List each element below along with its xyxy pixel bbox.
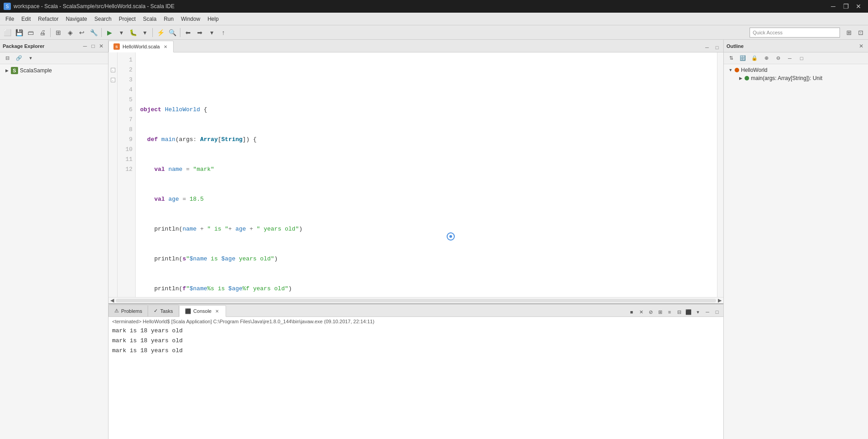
- outline-hide-non-public[interactable]: 🔒: [749, 53, 760, 64]
- toolbar-save-all[interactable]: 🗃: [25, 27, 36, 38]
- menu-bar: File Edit Refactor Navigate Search Proje…: [0, 13, 868, 25]
- tab-console[interactable]: ⬛ Console ✕: [179, 305, 226, 317]
- console-btn-4[interactable]: ⬛: [684, 307, 693, 316]
- code-line-2: object HelloWorld {: [140, 105, 717, 115]
- menu-scala[interactable]: Scala: [139, 14, 160, 24]
- toolbar-nav-dropdown[interactable]: ▾: [206, 27, 217, 38]
- gutter-6: [110, 105, 116, 115]
- toolbar-btn-1[interactable]: ⊞: [53, 27, 64, 38]
- menu-run[interactable]: Run: [160, 14, 177, 24]
- toolbar-btn-2[interactable]: ◈: [65, 27, 75, 38]
- collapse-main[interactable]: -: [111, 78, 115, 82]
- console-minimize[interactable]: ─: [703, 307, 712, 316]
- menu-edit[interactable]: Edit: [18, 14, 34, 24]
- tab-problems[interactable]: ⚠ Problems: [108, 305, 148, 316]
- package-explorer-panel: Package Explorer ─ □ ✕ ⊟ 🔗 ▾ ▶ S ScalaSa…: [0, 40, 108, 439]
- console-line-1: mark is 18 years old: [112, 326, 720, 336]
- code-editor[interactable]: - - 1 2 3 4 5: [108, 52, 723, 297]
- console-close-icon[interactable]: ✕: [214, 308, 220, 314]
- console-maximize[interactable]: □: [712, 307, 722, 316]
- close-button[interactable]: ✕: [853, 2, 864, 11]
- pe-menu[interactable]: ▾: [25, 53, 36, 64]
- console-btn-3[interactable]: ⊟: [675, 307, 684, 316]
- pe-collapse-all[interactable]: ⊟: [2, 53, 13, 64]
- menu-navigate[interactable]: Navigate: [62, 14, 90, 24]
- toolbar-save[interactable]: 💾: [14, 27, 24, 38]
- scroll-right[interactable]: ▶: [718, 297, 722, 303]
- gutter-7: [110, 115, 116, 125]
- outline-expand[interactable]: ⊕: [761, 53, 772, 64]
- console-btn-2[interactable]: ≡: [665, 307, 674, 316]
- package-explorer-minimize[interactable]: ─: [81, 42, 89, 50]
- console-stop[interactable]: ⊘: [646, 307, 655, 316]
- tab-close-icon[interactable]: ✕: [162, 43, 169, 50]
- toolbar-search-btn[interactable]: 🔍: [167, 27, 178, 38]
- console-content: <terminated> HelloWorld$ [Scala Applicat…: [108, 317, 723, 439]
- toolbar-run[interactable]: ▶: [104, 27, 115, 38]
- outline-collapse[interactable]: ⊖: [773, 53, 783, 64]
- package-explorer-maximize[interactable]: □: [89, 42, 97, 50]
- toolbar-nav-prev[interactable]: ⬅: [183, 27, 193, 38]
- line-numbers: 1 2 3 4 5 6 7 8 9 10 11 12: [118, 52, 136, 297]
- gutter-5: [110, 95, 116, 105]
- toolbar-new[interactable]: ⬜: [2, 27, 13, 38]
- outline-sort[interactable]: ⇅: [726, 53, 736, 64]
- quick-access-box[interactable]: Quick Access: [750, 28, 840, 38]
- main-label: main(args: Array[String]): Unit: [751, 75, 822, 81]
- code-line-3: def main(args: Array[String]) {: [140, 135, 717, 145]
- maximize-button[interactable]: ❐: [840, 2, 852, 11]
- line-gutter: - -: [108, 52, 118, 297]
- project-expand-icon: ▶: [4, 67, 10, 74]
- toolbar-btn-4[interactable]: 🔧: [88, 27, 99, 38]
- menu-refactor[interactable]: Refactor: [34, 14, 62, 24]
- outline-maximize[interactable]: □: [796, 53, 807, 64]
- editor-horiz-scroll[interactable]: ◀ ▶: [108, 297, 723, 303]
- bottom-tabs: ⚠ Problems ✓ Tasks ⬛ Console ✕ ■ ✕ ⊘ ⊞: [108, 304, 723, 317]
- outline-minimize[interactable]: ─: [784, 53, 795, 64]
- console-terminate[interactable]: ■: [627, 307, 636, 316]
- editor-scrollbar[interactable]: [717, 52, 723, 297]
- outline-main[interactable]: ▶ main(args: Array[String]): Unit: [724, 74, 868, 82]
- tab-tasks[interactable]: ✓ Tasks: [148, 305, 179, 316]
- outline-header: Outline ✕: [724, 40, 868, 52]
- toolbar-breadcrumb[interactable]: ↑: [218, 27, 229, 38]
- package-explorer-close[interactable]: ✕: [97, 42, 105, 50]
- collapse-object[interactable]: -: [111, 68, 115, 72]
- menu-file[interactable]: File: [2, 14, 18, 24]
- menu-search[interactable]: Search: [91, 14, 115, 24]
- main-method-icon: [745, 76, 749, 80]
- code-line-7: println(s"$name is $age years old"): [140, 254, 717, 264]
- toolbar-scala-btn[interactable]: ⚡: [155, 27, 166, 38]
- editor-minimize[interactable]: ─: [703, 43, 712, 52]
- menu-project[interactable]: Project: [115, 14, 139, 24]
- code-content[interactable]: object HelloWorld { def main(args: Array…: [136, 52, 717, 297]
- console-close-all[interactable]: ✕: [637, 307, 646, 316]
- toolbar-print[interactable]: 🖨: [37, 27, 48, 38]
- code-line-5: val age = 18.5: [140, 194, 717, 204]
- package-explorer-header: Package Explorer ─ □ ✕: [0, 40, 108, 52]
- toolbar-run-dropdown[interactable]: ▾: [116, 27, 127, 38]
- editor-tab-helloworld[interactable]: S HelloWorld.scala ✕: [108, 41, 174, 52]
- toolbar-open-perspective[interactable]: ⊡: [855, 27, 866, 38]
- toolbar-btn-3[interactable]: ↩: [76, 27, 87, 38]
- menu-window[interactable]: Window: [177, 14, 204, 24]
- toolbar-sep-1: [50, 28, 51, 37]
- pe-link-editor[interactable]: 🔗: [14, 53, 24, 64]
- toolbar-debug-dropdown[interactable]: ▾: [139, 27, 150, 38]
- toolbar-perspectives[interactable]: ⊞: [844, 27, 854, 38]
- scroll-left[interactable]: ◀: [110, 297, 114, 303]
- project-item[interactable]: ▶ S ScalaSample: [0, 66, 108, 75]
- console-btn-1[interactable]: ⊞: [656, 307, 665, 316]
- minimize-button[interactable]: ─: [827, 2, 839, 11]
- tab-console-label: Console: [193, 308, 212, 314]
- window-controls: ─ ❐ ✕: [827, 2, 864, 11]
- menu-help[interactable]: Help: [204, 14, 222, 24]
- console-btn-5[interactable]: ▾: [693, 307, 703, 316]
- outline-hide-fields[interactable]: 🔡: [737, 53, 748, 64]
- toolbar-debug[interactable]: 🐛: [127, 27, 138, 38]
- console-line-3: mark is 18 years old: [112, 346, 720, 356]
- outline-close[interactable]: ✕: [857, 42, 865, 50]
- editor-maximize[interactable]: □: [712, 43, 722, 52]
- outline-helloworld[interactable]: ▼ HelloWorld: [724, 66, 868, 74]
- toolbar-nav-next[interactable]: ➡: [194, 27, 205, 38]
